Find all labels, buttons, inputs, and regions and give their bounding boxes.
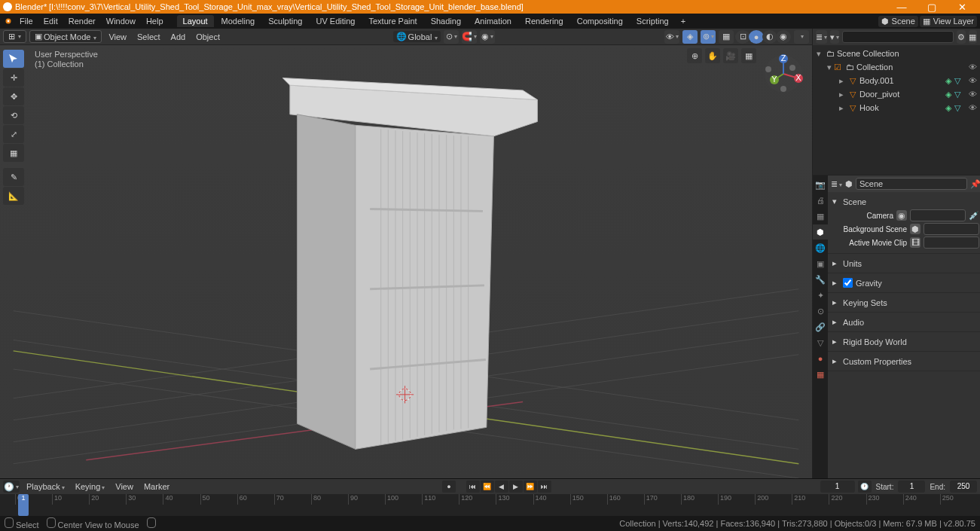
play-button[interactable]: ▶ (509, 481, 523, 493)
tree-item-hook[interactable]: ▸▽ Hook ◈▽ 👁 (813, 101, 980, 114)
workspace-tab-animation[interactable]: Animation (469, 15, 517, 27)
camera-field[interactable]: Camera◉💉 (838, 209, 979, 221)
wireframe-icon[interactable]: ⊡ (735, 30, 750, 44)
xray-toggle[interactable]: ▦ (719, 30, 734, 44)
view3d-menu-view[interactable]: View (105, 31, 130, 43)
orientation-dropdown[interactable]: 🌐 Global (393, 31, 441, 42)
zoom-button[interactable]: ⊕ (687, 48, 702, 63)
pan-button[interactable]: ✋ (705, 48, 720, 63)
next-key-button[interactable]: ⏩ (524, 481, 537, 493)
panel-gravity[interactable]: ▸Gravity (832, 276, 979, 289)
menu-help[interactable]: Help (142, 15, 168, 27)
tree-item-body[interactable]: ▸▽ Body.001 ◈▽ 👁 (813, 74, 980, 87)
panel-custom[interactable]: ▸Custom Properties (832, 355, 979, 368)
end-frame[interactable]: 250 (950, 481, 977, 493)
eyedropper-icon[interactable]: 💉 (969, 211, 979, 221)
ptab-render[interactable]: 📷 (813, 177, 828, 192)
timeline-track[interactable]: 0102030405060708090100110120130140150160… (0, 494, 980, 516)
workspace-tab-shading[interactable]: Shading (425, 15, 467, 27)
workspace-tab-texturepaint[interactable]: Texture Paint (362, 15, 423, 27)
panel-audio[interactable]: ▸Audio (832, 316, 979, 328)
transform-tool[interactable]: ▦ (3, 144, 24, 162)
move-tool[interactable]: ✥ (3, 87, 24, 105)
eye-icon[interactable]: 👁 (969, 103, 977, 113)
outliner-tree[interactable]: ▾🗀 Scene Collection ▾☑🗀 Collection 👁 ▸▽ … (813, 45, 980, 175)
ptab-viewlayer[interactable]: ▦ (813, 209, 828, 224)
outliner-display-dropdown[interactable]: ▾ (830, 30, 839, 44)
proportional-dropdown[interactable]: ◉ (480, 30, 495, 44)
perspective-button[interactable]: ▦ (741, 48, 756, 63)
outliner-new-collection[interactable]: ▦ (969, 30, 978, 44)
panel-rigid[interactable]: ▸Rigid Body World (832, 335, 979, 348)
measure-tool[interactable]: 📐 (3, 187, 24, 205)
start-frame[interactable]: 1 (898, 481, 925, 493)
gizmo-toggle[interactable]: ◈ (682, 30, 698, 44)
snap-dropdown[interactable]: 🧲 (462, 30, 477, 44)
menu-render[interactable]: Render (64, 15, 100, 27)
ptab-object[interactable]: ▣ (813, 256, 828, 271)
timeline-keying[interactable]: Keying (72, 481, 109, 493)
add-workspace-button[interactable]: + (676, 15, 690, 27)
workspace-tab-uvediting[interactable]: UV Editing (310, 15, 361, 27)
panel-keying[interactable]: ▸Keying Sets (832, 296, 979, 309)
solid-icon[interactable]: ● (749, 30, 764, 44)
eye-icon[interactable]: 👁 (969, 90, 977, 99)
view3d-menu-add[interactable]: Add (167, 31, 190, 43)
maximize-button[interactable]: ▢ (917, 2, 947, 13)
ptab-constraint[interactable]: 🔗 (813, 319, 828, 334)
ptab-modifier[interactable]: 🔧 (813, 272, 828, 287)
view3d-menu-object[interactable]: Object (192, 31, 224, 43)
ptab-particle[interactable]: ✦ (813, 288, 828, 303)
select-tool[interactable] (3, 50, 24, 68)
scene-selector[interactable]: ⬢ Scene (878, 16, 918, 27)
pin-icon[interactable]: 📌 (970, 179, 980, 189)
outliner-filter-button[interactable]: ⚙ (957, 30, 966, 44)
eye-icon[interactable]: 👁 (969, 76, 977, 86)
navigation-gizmo[interactable]: X Y Z (762, 53, 804, 95)
timeline-type-dropdown[interactable]: 🕐 (3, 481, 20, 493)
ptab-world[interactable]: 🌐 (813, 240, 828, 255)
editor-type-dropdown[interactable]: ⊞ (3, 30, 26, 43)
props-type-dropdown[interactable]: ≣ (831, 179, 842, 189)
gravity-checkbox[interactable] (843, 278, 853, 288)
playhead[interactable]: 1 (18, 494, 29, 516)
viewlayer-selector[interactable]: ▦ View Layer (920, 16, 977, 27)
ptab-material[interactable]: ● (813, 351, 828, 366)
viewport[interactable]: ✛ ✥ ⟲ ⤢ ▦ ✎ 📐 User Perspective (1) Colle… (0, 45, 812, 478)
panel-scene-header[interactable]: ▾Scene (832, 195, 979, 208)
workspace-tab-compositing[interactable]: Compositing (571, 15, 629, 27)
jump-start-button[interactable]: ⏮ (466, 481, 480, 493)
ptab-data[interactable]: ▽ (813, 335, 828, 350)
current-frame[interactable]: 1 (820, 481, 855, 493)
outliner-search[interactable] (842, 31, 954, 43)
workspace-tab-modeling[interactable]: Modeling (215, 15, 261, 27)
blender-icon[interactable] (3, 16, 14, 26)
ptab-physics[interactable]: ⊙ (813, 304, 828, 319)
camera-button[interactable]: 🎥 (723, 48, 738, 63)
play-reverse-button[interactable]: ◀ (495, 481, 508, 493)
visibility-dropdown[interactable]: 👁 (664, 30, 679, 44)
eye-icon[interactable]: 👁 (969, 63, 977, 72)
menu-window[interactable]: Window (102, 15, 140, 27)
ptab-output[interactable]: 🖨 (813, 193, 828, 208)
tree-collection[interactable]: ▾☑🗀 Collection 👁 (813, 60, 980, 74)
outliner-type-dropdown[interactable]: ≣ (816, 30, 827, 44)
minimize-button[interactable]: — (887, 2, 917, 13)
annotate-tool[interactable]: ✎ (3, 168, 24, 186)
workspace-tab-scripting[interactable]: Scripting (630, 15, 675, 27)
lookdev-icon[interactable]: ◐ (762, 30, 777, 44)
rotate-tool[interactable]: ⟲ (3, 106, 24, 124)
timeline-view[interactable]: View (111, 481, 137, 493)
cursor-tool[interactable]: ✛ (3, 69, 24, 87)
timeline-marker[interactable]: Marker (140, 481, 173, 493)
workspace-tab-sculpting[interactable]: Sculpting (262, 15, 308, 27)
close-button[interactable]: ✕ (947, 2, 977, 13)
preview-range-button[interactable]: 🕐 (858, 481, 872, 493)
tree-scene-collection[interactable]: ▾🗀 Scene Collection (813, 47, 980, 60)
panel-units[interactable]: ▸Units (832, 257, 979, 270)
ptab-scene[interactable]: ⬢ (813, 224, 828, 240)
scene-name-field[interactable] (856, 178, 967, 190)
rendered-icon[interactable]: ◉ (776, 30, 791, 44)
jump-end-button[interactable]: ⏭ (538, 481, 551, 493)
ptab-texture[interactable]: ▦ (813, 367, 828, 382)
